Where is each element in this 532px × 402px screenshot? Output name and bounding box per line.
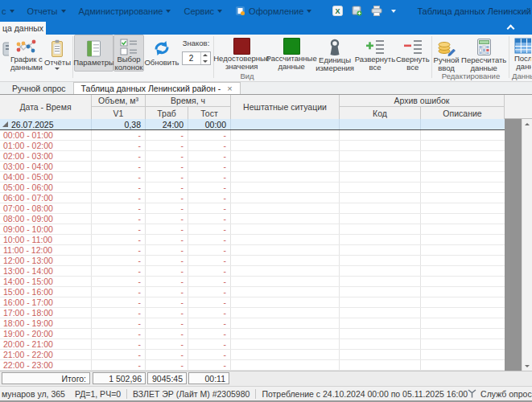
unreliable-values-button[interactable]: Недостоверные значения: [215, 35, 268, 72]
menu-item-administration[interactable]: Администрирование: [79, 6, 171, 16]
grid-header: Дата - Время Объем, м³ V1 Время, ч Траб …: [0, 95, 532, 119]
refresh-button[interactable]: Обновить: [144, 35, 179, 72]
reports-button[interactable]: Отчёты: [43, 35, 72, 72]
header-description[interactable]: Описание: [421, 107, 505, 119]
recalculate-button[interactable]: Пересчитать данные: [460, 35, 507, 72]
table-row[interactable]: 00:00 - 01:00 - - -: [0, 130, 505, 141]
table-row[interactable]: 12:00 - 13:00 - - -: [0, 256, 505, 266]
v1-cell: -: [92, 277, 146, 286]
header-code[interactable]: Код: [340, 107, 421, 119]
ribbon-collapse-button[interactable]: [507, 25, 514, 31]
vertical-scrollbar[interactable]: [522, 119, 532, 371]
print-icon[interactable]: [371, 6, 382, 16]
code-cell: [340, 172, 421, 182]
calculated-data-button[interactable]: Рассчитанные данные: [268, 35, 315, 72]
time-range-cell: 10:00 - 11:00: [0, 235, 92, 244]
table-row[interactable]: 06:00 - 07:00 - - -: [0, 193, 505, 203]
spinner-up-button[interactable]: [201, 52, 210, 59]
tost-cell: -: [188, 193, 231, 203]
manual-input-button[interactable]: Ручной ввод: [433, 35, 460, 72]
collapse-all-button[interactable]: Свернуть все: [395, 35, 431, 72]
header-errors-group[interactable]: Архив ошибок: [340, 95, 505, 107]
header-time-group[interactable]: Время, ч: [146, 95, 231, 107]
table-row[interactable]: 15:00 - 16:00 - - -: [0, 287, 505, 297]
expand-all-button[interactable]: Развернуть все: [355, 35, 395, 72]
situations-cell: [231, 350, 340, 359]
time-range-cell: 13:00 - 14:00: [0, 266, 92, 276]
table-row[interactable]: 13:00 - 14:00 - - -: [0, 266, 505, 277]
header-datetime[interactable]: Дата - Время: [0, 95, 92, 119]
table-row[interactable]: 02:00 - 03:00 - - -: [0, 151, 505, 162]
header-label: Архив ошибок: [394, 96, 450, 105]
description-cell: [421, 203, 505, 213]
header-trab[interactable]: Траб: [146, 107, 188, 119]
v1-cell: -: [92, 183, 146, 192]
table-row[interactable]: 22:00 - 23:00 - - -: [0, 360, 505, 371]
situations-cell: [231, 256, 340, 265]
save-export-icon[interactable]: [352, 6, 362, 16]
time-range-cell: 03:00 - 04:00: [0, 162, 92, 171]
digits-spinner[interactable]: 2: [182, 51, 211, 65]
table-row[interactable]: 10:00 - 11:00 - - -: [0, 235, 505, 245]
table-row[interactable]: 17:00 - 18:00 - - -: [0, 308, 505, 318]
tab-data-table-active[interactable]: Таблица данных Ленинский район - ×: [73, 82, 241, 94]
toolbar-overflow-icon[interactable]: [391, 10, 396, 13]
header-situations[interactable]: Нештатные ситуации: [231, 95, 340, 119]
footer-trab-total: 9045:45: [147, 372, 187, 384]
situations-cell: [231, 162, 340, 171]
tost-cell: -: [188, 350, 231, 359]
tost-cell: -: [188, 256, 231, 265]
table-row[interactable]: 05:00 - 06:00 - - -: [0, 183, 505, 193]
parameters-button[interactable]: Параметры: [74, 35, 113, 72]
table-row[interactable]: 19:00 - 20:00 - - -: [0, 329, 505, 339]
ribbon-button-clipped[interactable]: [0, 35, 10, 72]
table-row[interactable]: 08:00 - 09:00 - - -: [0, 214, 505, 224]
date-group-row[interactable]: 26.07.2025 0,38 24:00 00:00: [0, 119, 505, 130]
table-row[interactable]: 21:00 - 22:00 - - -: [0, 350, 505, 360]
tab-label: Ручной опрос: [12, 84, 66, 93]
table-row[interactable]: 09:00 - 10:00 - - -: [0, 224, 505, 235]
button-label: Недостоверные значения: [213, 55, 270, 72]
description-cell: [421, 308, 505, 318]
tab-manual-poll[interactable]: Ручной опрос: [5, 82, 73, 94]
table-row[interactable]: 11:00 - 12:00 - - -: [0, 245, 505, 256]
table-row[interactable]: 18:00 - 19:00 - - -: [0, 318, 505, 329]
menu-item-appearance[interactable]: Оформление: [235, 6, 311, 16]
header-volume-group[interactable]: Объем, м³: [92, 95, 146, 107]
last-data-button-clipped[interactable]: Послед данны: [510, 35, 532, 72]
tost-cell: -: [188, 224, 231, 234]
code-cell: [340, 224, 421, 234]
units-button[interactable]: Единицы измерения: [315, 35, 355, 72]
clipped-icon: [0, 39, 10, 57]
table-row[interactable]: 20:00 - 21:00 - - -: [0, 339, 505, 350]
scrollbar-up-button[interactable]: [522, 119, 532, 129]
header-label: Дата - Время: [19, 102, 71, 112]
status-address: мунаров ул, 365: [2, 389, 65, 399]
header-tost[interactable]: Тост: [188, 107, 231, 119]
situations-cell: [231, 172, 340, 182]
table-row[interactable]: 14:00 - 15:00 - - -: [0, 277, 505, 287]
column-chooser-button[interactable]: Выбор колонок: [113, 35, 144, 72]
time-range-cell: 18:00 - 19:00: [0, 318, 92, 328]
spinner-down-button[interactable]: [201, 59, 210, 65]
trab-cell: -: [146, 350, 188, 359]
table-row[interactable]: 01:00 - 02:00 - - -: [0, 141, 505, 151]
description-cell: [421, 360, 505, 370]
situations-cell: [231, 360, 340, 370]
menu-item-service[interactable]: Сервис: [184, 6, 222, 16]
v1-cell: -: [92, 235, 146, 244]
export-excel-icon[interactable]: X: [332, 6, 343, 16]
ribbon-tab-data-table[interactable]: ца данных: [0, 22, 46, 35]
header-v1[interactable]: V1: [92, 107, 146, 119]
table-row[interactable]: 03:00 - 04:00 - - -: [0, 162, 505, 172]
table-row[interactable]: 16:00 - 17:00 - - -: [0, 297, 505, 308]
scrollbar-down-button[interactable]: [522, 361, 532, 371]
table-row[interactable]: 04:00 - 05:00 - - -: [0, 172, 505, 183]
menu-item-reports[interactable]: Отчеты: [27, 6, 66, 16]
menu-item-clipped[interactable]: с: [2, 6, 14, 16]
row-expander-icon[interactable]: [2, 121, 8, 127]
close-icon[interactable]: ×: [227, 84, 232, 93]
table-row[interactable]: 07:00 - 08:00 - - -: [0, 203, 505, 214]
v1-cell: -: [92, 224, 146, 234]
chart-with-data-button[interactable]: График с данными: [10, 35, 43, 72]
